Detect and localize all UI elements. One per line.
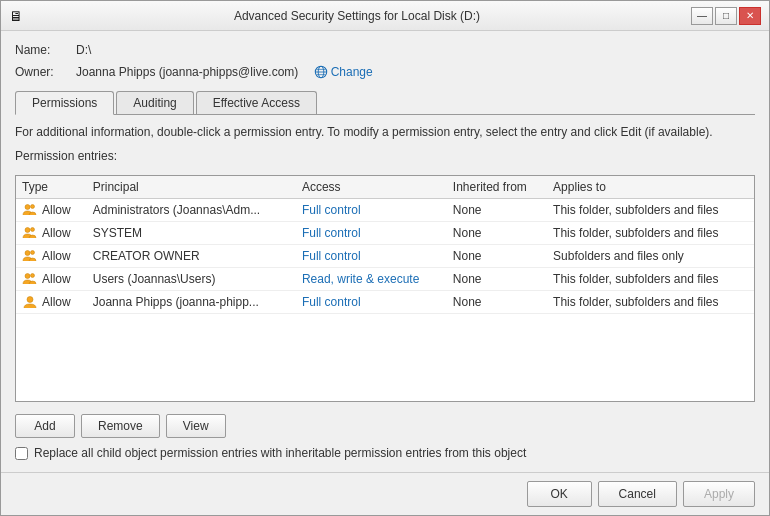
cell-type-value: Allow (42, 295, 71, 309)
cell-access[interactable]: Full control (296, 222, 447, 245)
user-group-icon (22, 248, 38, 264)
user-group-icon (22, 271, 38, 287)
cell-applies-to: This folder, subfolders and files (547, 222, 754, 245)
cell-applies-to: This folder, subfolders and files (547, 291, 754, 314)
cell-inherited: None (447, 268, 547, 291)
globe-icon (314, 65, 328, 79)
cell-principal: Administrators (Joannas\Adm... (87, 199, 296, 222)
title-bar-left: 🖥 (9, 8, 23, 24)
tab-permissions[interactable]: Permissions (15, 91, 114, 115)
table-row[interactable]: AllowUsers (Joannas\Users)Read, write & … (16, 268, 754, 291)
access-link[interactable]: Full control (302, 249, 361, 263)
owner-row: Owner: Joanna Phipps (joanna-phipps@live… (15, 65, 755, 79)
col-access: Access (296, 176, 447, 199)
col-type: Type (16, 176, 87, 199)
tab-effective-access[interactable]: Effective Access (196, 91, 317, 114)
svg-point-6 (31, 205, 35, 209)
svg-point-10 (31, 251, 35, 255)
table-row[interactable]: AllowSYSTEMFull controlNoneThis folder, … (16, 222, 754, 245)
cell-inherited: None (447, 222, 547, 245)
owner-label: Owner: (15, 65, 70, 79)
cell-type-value: Allow (42, 226, 71, 240)
maximize-button[interactable]: □ (715, 7, 737, 25)
cancel-button[interactable]: Cancel (598, 481, 677, 507)
cell-type-value: Allow (42, 203, 71, 217)
cell-type-value: Allow (42, 249, 71, 263)
svg-point-7 (25, 228, 30, 233)
cell-principal: CREATOR OWNER (87, 245, 296, 268)
name-label: Name: (15, 43, 70, 57)
cell-type: Allow (16, 222, 87, 245)
name-value: D:\ (76, 43, 91, 57)
cell-access[interactable]: Full control (296, 245, 447, 268)
cell-inherited: None (447, 245, 547, 268)
cell-type: Allow (16, 291, 87, 314)
view-button[interactable]: View (166, 414, 226, 438)
cell-access[interactable]: Full control (296, 199, 447, 222)
access-link[interactable]: Read, write & execute (302, 272, 419, 286)
replace-checkbox[interactable] (15, 447, 28, 460)
main-window: 🖥 Advanced Security Settings for Local D… (0, 0, 770, 516)
close-button[interactable]: ✕ (739, 7, 761, 25)
col-applies-to: Applies to (547, 176, 754, 199)
svg-point-9 (25, 251, 30, 256)
ok-button[interactable]: OK (527, 481, 592, 507)
add-button[interactable]: Add (15, 414, 75, 438)
apply-button[interactable]: Apply (683, 481, 755, 507)
replace-checkbox-row: Replace all child object permission entr… (15, 446, 755, 460)
table-button-row: Add Remove View (15, 414, 755, 438)
window-icon: 🖥 (9, 8, 23, 24)
cell-type: Allow (16, 199, 87, 222)
svg-point-8 (31, 228, 35, 232)
remove-button[interactable]: Remove (81, 414, 160, 438)
cell-applies-to: Subfolders and files only (547, 245, 754, 268)
cell-applies-to: This folder, subfolders and files (547, 199, 754, 222)
owner-value: Joanna Phipps (joanna-phipps@live.com) (76, 65, 298, 79)
access-link[interactable]: Full control (302, 203, 361, 217)
instructions-text: For additional information, double-click… (15, 123, 755, 141)
tabs-container: Permissions Auditing Effective Access (15, 91, 755, 115)
window-controls: — □ ✕ (691, 7, 761, 25)
cell-type-value: Allow (42, 272, 71, 286)
svg-point-5 (25, 205, 30, 210)
main-content: Name: D:\ Owner: Joanna Phipps (joanna-p… (1, 31, 769, 472)
tab-auditing[interactable]: Auditing (116, 91, 193, 114)
cell-type: Allow (16, 268, 87, 291)
user-single-icon (22, 294, 38, 310)
cell-applies-to: This folder, subfolders and files (547, 268, 754, 291)
table-row[interactable]: AllowAdministrators (Joannas\Adm...Full … (16, 199, 754, 222)
cell-access[interactable]: Full control (296, 291, 447, 314)
permissions-table: Type Principal Access Inherited from App… (16, 176, 754, 314)
col-principal: Principal (87, 176, 296, 199)
cell-type: Allow (16, 245, 87, 268)
cell-inherited: None (447, 291, 547, 314)
user-group-icon (22, 202, 38, 218)
user-group-icon (22, 225, 38, 241)
table-row[interactable]: AllowJoanna Phipps (joanna-phipp...Full … (16, 291, 754, 314)
access-link[interactable]: Full control (302, 295, 361, 309)
cell-principal: Users (Joannas\Users) (87, 268, 296, 291)
svg-point-12 (31, 274, 35, 278)
permissions-table-container[interactable]: Type Principal Access Inherited from App… (15, 175, 755, 402)
window-title: Advanced Security Settings for Local Dis… (23, 9, 691, 23)
title-bar: 🖥 Advanced Security Settings for Local D… (1, 1, 769, 31)
change-label: Change (331, 65, 373, 79)
footer: OK Cancel Apply (1, 472, 769, 515)
minimize-button[interactable]: — (691, 7, 713, 25)
cell-principal: SYSTEM (87, 222, 296, 245)
col-inherited: Inherited from (447, 176, 547, 199)
svg-point-13 (27, 297, 33, 303)
section-label: Permission entries: (15, 149, 755, 163)
change-link[interactable]: Change (314, 65, 373, 79)
access-link[interactable]: Full control (302, 226, 361, 240)
table-row[interactable]: AllowCREATOR OWNERFull controlNoneSubfol… (16, 245, 754, 268)
name-row: Name: D:\ (15, 43, 755, 57)
table-header-row: Type Principal Access Inherited from App… (16, 176, 754, 199)
cell-inherited: None (447, 199, 547, 222)
replace-checkbox-label: Replace all child object permission entr… (34, 446, 526, 460)
cell-principal: Joanna Phipps (joanna-phipp... (87, 291, 296, 314)
svg-point-11 (25, 274, 30, 279)
cell-access[interactable]: Read, write & execute (296, 268, 447, 291)
